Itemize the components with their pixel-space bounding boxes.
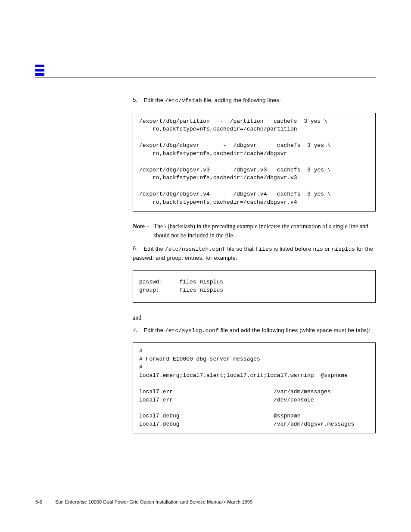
code-box-nsswitch: passwd: files nisplus group: files nispl… [133, 270, 376, 303]
hamburger-icon [35, 65, 44, 76]
page-number: 5-6 [35, 499, 42, 504]
code-word: files [255, 246, 272, 252]
note-text: The \ (backslash) in the preceding examp… [154, 222, 376, 240]
step-5: 5. Edit the /etc/vfstab file, adding the… [133, 96, 376, 105]
note-block: Note – The \ (backslash) in the precedin… [133, 222, 376, 240]
code-path: /etc/syslog.conf [165, 327, 219, 334]
header-rule [35, 78, 376, 78]
code-box-vfstab: /export/dbg/partition - /partition cache… [133, 113, 376, 212]
step-7: 7. Edit the /etc/syslog.conf file and ad… [133, 326, 376, 335]
footer-text: Sun Enterprise 10000 Dual Power Grid Opt… [55, 499, 252, 504]
step-text-post: file and add the following lines (white … [219, 327, 371, 333]
content-area: 5. Edit the /etc/vfstab file, adding the… [133, 96, 376, 444]
step-text-pre: Edit the [144, 97, 165, 103]
code-box-syslog: # # Forward E10000 dbg-server messages #… [133, 342, 376, 433]
code-word: nis [313, 246, 323, 252]
step-text-mid3: or [323, 246, 332, 252]
note-label: Note – [133, 222, 149, 231]
step-number: 6. [133, 244, 142, 253]
code-path: /etc/nsswitch.conf [165, 246, 225, 252]
code-word: nisplus [331, 246, 355, 252]
code-path: /etc/vfstab [165, 97, 202, 104]
step-text-mid2: is listed before [272, 246, 313, 252]
and-text: and [133, 313, 376, 322]
step-number: 7. [133, 326, 142, 334]
footer: 5-6 Sun Enterprise 10000 Dual Power Grid… [35, 499, 376, 504]
step-text-pre: Edit the [144, 246, 165, 252]
step-number: 5. [133, 96, 142, 104]
step-text-post: file, adding the following lines: [202, 97, 281, 103]
step-text-mid: file so that [225, 246, 255, 252]
step-text-pre: Edit the [144, 327, 165, 333]
step-6: 6. Edit the /etc/nsswitch.conf file so t… [133, 244, 376, 263]
